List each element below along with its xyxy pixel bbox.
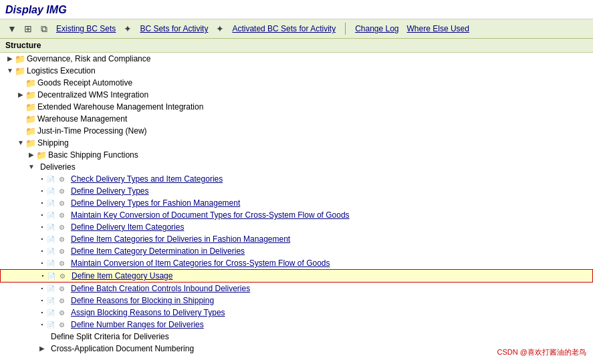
- grid-icon[interactable]: ⊞: [21, 22, 35, 35]
- tree-item: ▶📁Basic Shipping Functions: [0, 149, 593, 161]
- doc-icon: 📄: [47, 186, 57, 196]
- bullet: •: [37, 295, 47, 306]
- bullet: •: [37, 210, 47, 220]
- tree-item-label: Goods Receipt Automotive: [37, 77, 132, 88]
- tree-item-label[interactable]: Define Delivery Types for Fashion Manage…: [71, 198, 240, 208]
- gear-icon: ⚙: [59, 320, 70, 329]
- tree-item-label: Warehouse Management: [37, 114, 127, 124]
- tree-item[interactable]: •📄⚙Define Number Ranges for Deliveries: [0, 319, 593, 331]
- copy-icon[interactable]: ⧉: [37, 22, 51, 35]
- no-arrow: [37, 331, 47, 342]
- folder-icon: 📁: [25, 102, 36, 112]
- tree-item[interactable]: •📄⚙Define Delivery Types for Fashion Man…: [0, 197, 593, 209]
- change-log-btn[interactable]: Change Log: [352, 23, 401, 35]
- tree-item-label: Decentralized WMS Integration: [37, 89, 148, 100]
- tree-item-label[interactable]: Define Item Categories for Deliveries in…: [71, 234, 290, 244]
- tree-area: ▶📁Governance, Risk and Compliance▼📁Logis…: [0, 53, 593, 360]
- tree-arrow[interactable]: ▶: [37, 343, 47, 354]
- tree-item: ▼Deliveries: [0, 161, 593, 173]
- watermark: CSDN @喜欢打酱油的老鸟: [497, 347, 586, 357]
- tree-item-label[interactable]: Define Item Category Determination in De…: [71, 246, 245, 256]
- doc-icon: 📄: [47, 246, 57, 256]
- tree-item[interactable]: •📄⚙Define Delivery Types: [0, 185, 593, 197]
- gear-icon: ⚙: [59, 222, 70, 232]
- tree-item: ▼📁Logistics Execution: [0, 65, 593, 77]
- no-arrow: [16, 114, 25, 124]
- tree-item[interactable]: •📄⚙Assign Blocking Reasons to Delivery T…: [0, 307, 593, 319]
- tree-item: 📁Warehouse Management: [0, 113, 593, 125]
- tree-arrow[interactable]: ▶: [5, 53, 15, 64]
- doc-icon: 📄: [47, 174, 57, 184]
- folder-icon: 📁: [15, 66, 25, 75]
- doc-icon: 📄: [47, 222, 57, 232]
- tree-item-label[interactable]: Define Item Category Usage: [72, 270, 172, 281]
- folder-icon: 📁: [25, 90, 36, 100]
- folder-icon: 📁: [25, 78, 36, 87]
- activated-bc-sets-btn[interactable]: Activated BC Sets for Activity: [229, 23, 338, 35]
- tree-item: 📁Just-in-Time Processing (New): [0, 125, 593, 137]
- doc-icon: 📄: [47, 320, 57, 329]
- gear-icon: ⚙: [59, 258, 70, 268]
- gear-icon: ⚙: [59, 234, 70, 244]
- tree-arrow[interactable]: ▶: [27, 150, 36, 160]
- tree-item-label[interactable]: Define Delivery Item Categories: [71, 222, 184, 232]
- tree-arrow[interactable]: ▼: [27, 162, 36, 172]
- tree-item-label[interactable]: Define Delivery Types: [71, 186, 149, 196]
- gear-icon: ⚙: [59, 284, 70, 293]
- bullet: •: [37, 222, 47, 232]
- tree-arrow[interactable]: ▼: [5, 65, 15, 76]
- folder-icon: 📁: [25, 126, 36, 136]
- existing-bc-sets-btn[interactable]: Existing BC Sets: [53, 23, 118, 35]
- doc-icon: 📄: [47, 234, 57, 244]
- folder-icon: 📁: [36, 150, 47, 160]
- tree-item-label: Logistics Execution: [27, 65, 96, 76]
- doc-icon: 📄: [47, 198, 57, 208]
- tree-item-label[interactable]: Maintain Conversion of Item Categories f…: [71, 258, 330, 268]
- where-else-used-btn[interactable]: Where Else Used: [404, 23, 472, 35]
- tree-item[interactable]: •📄⚙Maintain Conversion of Item Categorie…: [0, 257, 593, 269]
- bullet: •: [37, 258, 47, 268]
- gear-icon: ⚙: [59, 174, 70, 184]
- tree-item-label: Shipping: [37, 138, 69, 148]
- tree-arrow[interactable]: ▼: [16, 138, 25, 148]
- gear-icon: ⚙: [59, 186, 70, 196]
- tree-item-label[interactable]: Define Batch Creation Controls Inbound D…: [71, 283, 250, 294]
- structure-section: Structure: [0, 39, 593, 53]
- dropdown-icon[interactable]: ▼: [5, 22, 19, 35]
- tree-item-label: Define Split Criteria for Deliveries: [51, 331, 169, 342]
- tree-item-label[interactable]: Maintain Key Conversion of Document Type…: [71, 210, 350, 220]
- page-title: Display IMG: [5, 4, 588, 16]
- gear-icon: ⚙: [60, 271, 70, 281]
- no-arrow: [16, 77, 25, 88]
- activated-bc-icon-prefix: ✦: [213, 22, 227, 35]
- tree-item-label[interactable]: Assign Blocking Reasons to Delivery Type…: [71, 307, 225, 318]
- tree-item[interactable]: •📄⚙Define Item Category Usage: [0, 269, 593, 283]
- doc-icon: 📄: [47, 210, 57, 220]
- gear-icon: ⚙: [59, 198, 70, 208]
- folder-icon: 📁: [25, 114, 36, 124]
- tree-item-label: Extended Warehouse Management Integratio…: [37, 102, 203, 112]
- no-arrow: [16, 126, 25, 136]
- tree-item: ▶📁Governance, Risk and Compliance: [0, 53, 593, 65]
- tree-item[interactable]: •📄⚙Define Reasons for Blocking in Shippi…: [0, 295, 593, 307]
- tree-item[interactable]: •📄⚙Define Delivery Item Categories: [0, 221, 593, 233]
- tree-item[interactable]: •📄⚙Define Batch Creation Controls Inboun…: [0, 283, 593, 295]
- tree-item-label[interactable]: Define Number Ranges for Deliveries: [71, 319, 204, 330]
- tree-item[interactable]: •📄⚙Maintain Key Conversion of Document T…: [0, 209, 593, 221]
- bullet: •: [37, 319, 47, 330]
- bc-sets-activity-icon-prefix: ✦: [121, 22, 134, 35]
- bullet: •: [37, 186, 47, 196]
- tree-item: Define Split Criteria for Deliveries: [0, 331, 593, 343]
- tree-item[interactable]: •📄⚙Check Delivery Types and Item Categor…: [0, 173, 593, 185]
- bullet: •: [37, 198, 47, 208]
- bullet: •: [37, 234, 47, 244]
- tree-item-label: Governance, Risk and Compliance: [27, 53, 150, 64]
- gear-icon: ⚙: [59, 308, 70, 317]
- tree-item-label[interactable]: Check Delivery Types and Item Categories: [71, 174, 223, 184]
- empty-icon: [47, 332, 49, 341]
- tree-arrow[interactable]: ▶: [16, 89, 25, 100]
- tree-item[interactable]: •📄⚙Define Item Categories for Deliveries…: [0, 233, 593, 245]
- bc-sets-activity-btn[interactable]: BC Sets for Activity: [137, 23, 211, 35]
- tree-item[interactable]: •📄⚙Define Item Category Determination in…: [0, 245, 593, 257]
- tree-item-label[interactable]: Define Reasons for Blocking in Shipping: [71, 295, 214, 306]
